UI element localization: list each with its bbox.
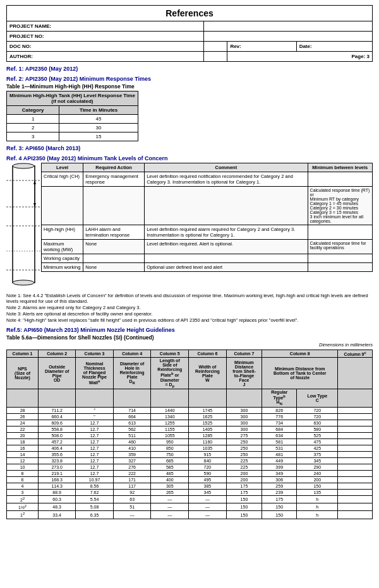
nozzle-th: Column 7 <box>226 350 262 358</box>
comment-cell <box>145 187 308 225</box>
nozzle-cell: 250 <box>226 451 262 457</box>
nozzle-cell: 10.97 <box>76 476 114 483</box>
nozzle-cell: 200 <box>226 476 262 483</box>
table-row: 14 355.6 12.7 359 750 915 250 481 375 <box>7 451 373 457</box>
nozzle-th: Minimum Distance fromBottom of Tank to C… <box>262 358 338 389</box>
min-cell <box>308 225 372 240</box>
nozzle-cell: 4 <box>7 483 39 489</box>
nozzle-cell: 1440 <box>151 407 189 413</box>
ref1-heading: Ref. 1: API2350 (May 2012) <box>6 66 373 72</box>
nozzle-cell: 150 <box>297 483 338 489</box>
nozzle-cell: 12.7 <box>76 451 114 457</box>
table-row: Calculated response time (RT) orMinimum … <box>42 187 373 225</box>
nozzle-cell: 327 <box>113 457 151 464</box>
comment-col-header: Comment <box>145 163 308 172</box>
nozzle-cell: ° <box>76 407 114 413</box>
nozzle-cell: 1160 <box>189 438 227 445</box>
nozzle-cell: 826 <box>262 407 297 413</box>
nozzle-cell: 26 <box>7 413 39 420</box>
table-row: 6 168.3 10.97 171 400 495 200 306 200 <box>7 476 373 483</box>
nozzle-cell: 531 <box>262 445 297 451</box>
nozzle-cell: 300 <box>226 413 262 420</box>
level-col-header: Level <box>42 163 83 172</box>
nozzle-th: Diameter ofHole inReinforcingPlateDR <box>113 358 151 389</box>
nozzle-cell: 18 <box>7 438 39 445</box>
table-row: 16 406.4 12.7 410 850 1035 250 531 425 <box>7 445 373 451</box>
table-row: 26 660.4 " 664 1340 1625 300 776 720 <box>7 413 373 420</box>
nozzle-cell: 776 <box>262 413 297 420</box>
nozzle-th: OutsideDiameter ofPipeOD <box>39 358 76 389</box>
nozzle-cell: 12 <box>7 457 39 464</box>
nozzle-cell: 385 <box>189 483 227 489</box>
hh-col2-header: Time in Minutes <box>59 106 138 115</box>
table-row: 22 558.8 12.7 562 1155 1405 300 684 580 <box>7 426 373 432</box>
nozzle-cell: 290 <box>297 464 338 470</box>
nozzle-cell: 720 <box>189 464 227 470</box>
nozzle-cell: 1625 <box>189 413 227 420</box>
nozzle-cell <box>338 495 373 503</box>
nozzle-cell: 16 <box>7 445 39 451</box>
nozzle-th <box>39 389 76 408</box>
nozzle-cell: 915 <box>189 451 227 457</box>
nozzle-cell: 410 <box>113 445 151 451</box>
project-no-label: PROJECT NO: <box>7 32 204 42</box>
ref3-heading: Ref. 3: API650 (March 2013) <box>6 145 373 151</box>
nozzle-cell: 359 <box>113 451 151 457</box>
tank-svg <box>6 163 41 289</box>
nozzle-cell <box>338 413 373 420</box>
nozzle-cell: h <box>297 511 338 519</box>
nozzle-cell: 51 <box>113 503 151 511</box>
author-value <box>204 52 227 62</box>
table-row: 45 <box>59 115 138 124</box>
nozzle-cell: 850 <box>151 445 189 451</box>
nozzle-cell: 720 <box>297 413 338 420</box>
nozzle-cell: 345 <box>189 489 227 495</box>
nozzle-cell <box>338 457 373 464</box>
nozzle-cell: 12 <box>7 511 39 519</box>
nozzle-cell: 8.56 <box>76 483 114 489</box>
nozzle-cell: 222 <box>113 470 151 476</box>
nozzle-cell: 275 <box>226 432 262 438</box>
nozzle-cell: 750 <box>151 451 189 457</box>
nozzle-cell: 225 <box>226 464 262 470</box>
table-row: 24 609.6 12.7 613 1255 1525 300 734 630 <box>7 420 373 426</box>
nozzle-cell: 400 <box>151 476 189 483</box>
table-row: 3 88.9 7.62 92 265 345 175 239 135 <box>7 489 373 495</box>
nozzle-cell: 6.35 <box>76 511 114 519</box>
nozzle-cell: 375 <box>297 451 338 457</box>
doc-no-label: DOC NO: <box>7 42 204 52</box>
nozzle-cell: 175 <box>226 489 262 495</box>
nozzle-th <box>76 389 114 408</box>
table-row: Minimum working None Optional user defin… <box>42 263 373 272</box>
nozzle-th: Column 4 <box>113 350 151 358</box>
table-row: 18 457.2 12.7 460 950 1160 250 581 475 <box>7 438 373 445</box>
nozzle-cell: 323.8 <box>39 457 76 464</box>
nozzle-cell: 1405 <box>189 426 227 432</box>
nozzle-cell: 305 <box>151 483 189 489</box>
nozzle-th: Column 6 <box>189 350 227 358</box>
nozzle-cell: 660.4 <box>39 413 76 420</box>
nozzle-cell: 12.7 <box>76 432 114 438</box>
nozzle-cell: 114.3 <box>39 483 76 489</box>
nozzle-th: Column 8 <box>262 350 338 358</box>
level-table-wrapper: Level Required Action Comment Minimum be… <box>41 163 373 290</box>
ref5-heading: Ref.5: API650 (March 2013) Minimum Nozzl… <box>6 327 373 333</box>
nozzle-th <box>226 389 262 408</box>
nozzle-cell <box>338 483 373 489</box>
nozzle-cell: 581 <box>262 438 297 445</box>
nozzle-cell: 558.8 <box>39 426 76 432</box>
nozzle-cell: 265 <box>151 489 189 495</box>
action-cell <box>83 187 145 225</box>
page: References PROJECT NAME: PROJECT NO: DOC… <box>0 0 379 528</box>
nozzle-cell: 276 <box>113 464 151 470</box>
nozzle-th <box>338 358 373 389</box>
nozzle-cell: 580 <box>297 426 338 432</box>
project-no-value <box>204 32 373 42</box>
nozzle-cell: 6 <box>7 476 39 483</box>
nozzle-cell: 300 <box>226 407 262 413</box>
action-cell: Emergency management response <box>83 172 145 187</box>
nozzle-table: Column 1 Column 2 Column 3 Column 4 Colu… <box>6 350 373 519</box>
nozzle-cell: 685 <box>151 457 189 464</box>
nozzle-cell: 150 <box>226 503 262 511</box>
table-row: Working capacity <box>42 254 373 263</box>
